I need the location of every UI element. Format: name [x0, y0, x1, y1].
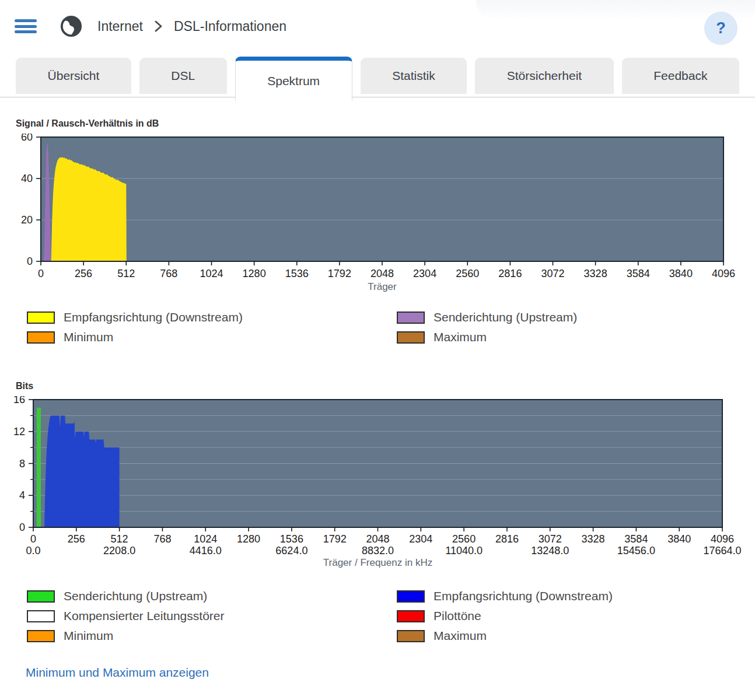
y-tick-label: 60 [21, 134, 33, 143]
legend-item-empfangsrichtung-downstream: Empfangsrichtung (Downstream) [397, 590, 755, 603]
x-tick-label: 3072 [541, 268, 564, 279]
x-tick-label: 0 [38, 268, 44, 279]
legend-item-pilott-ne: Pilottöne [397, 610, 755, 622]
x-tick-label: 2048 [370, 268, 394, 279]
legend-swatch [397, 610, 425, 622]
tab-dsl[interactable]: DSL [139, 58, 227, 94]
tab-feedback[interactable]: Feedback [622, 58, 739, 94]
legend-swatch [397, 630, 425, 642]
legend-item-minimum: Minimum [27, 629, 378, 642]
x-tick-label: 1024 [194, 533, 217, 545]
x-freq-label: 6624.0 [275, 545, 307, 556]
snr-chart-container: 0204060025651276810241280153617922048230… [0, 134, 755, 295]
x-tick-label: 768 [160, 268, 177, 279]
tab-bar: ÜbersichtDSLSpektrumStatistikStörsicherh… [0, 57, 755, 101]
legend-item-senderichtung-upstream: Senderichtung (Upstream) [27, 590, 378, 603]
x-tick-label: 0 [30, 533, 36, 545]
x-tick-label: 3072 [539, 533, 562, 545]
legend-label: Pilottöne [434, 610, 481, 622]
show-min-max-link[interactable]: Minimum und Maximum anzeigen [26, 666, 209, 680]
y-tick-label: 0 [27, 256, 33, 267]
legend-label: Senderichtung (Upstream) [434, 311, 577, 324]
x-tick-label: 512 [117, 268, 135, 279]
x-tick-label: 3584 [627, 268, 650, 279]
x-tick-label: 512 [111, 533, 128, 545]
legend-label: Minimum [64, 331, 113, 344]
x-freq-label: 13248.0 [531, 545, 569, 556]
legend-label: Maximum [434, 331, 487, 344]
tab-bersicht[interactable]: Übersicht [16, 58, 131, 94]
breadcrumb: Internet DSL-Informationen [97, 19, 286, 34]
x-tick-label: 2304 [409, 533, 432, 545]
x-tick-label: 256 [75, 268, 92, 279]
tab-statistik[interactable]: Statistik [361, 58, 467, 94]
legend-label: Maximum [434, 629, 487, 642]
y-tick-label: 0 [19, 522, 25, 533]
spektrum-panel: Signal / Rausch-Verhältnis in dB 0204060… [0, 101, 755, 680]
legend-item-maximum: Maximum [397, 629, 755, 642]
x-tick-label: 4096 [711, 533, 734, 545]
legend-column: Senderichtung (Upstream)Maximum [378, 311, 755, 344]
x-freq-label: 8832.0 [362, 545, 394, 556]
chevron-right-icon [155, 20, 162, 32]
legend-swatch [27, 590, 55, 603]
tab-spektrum[interactable]: Spektrum [235, 57, 352, 101]
x-freq-label: 17664.0 [703, 545, 741, 556]
legend-swatch [397, 590, 425, 603]
bits-legend: Senderichtung (Upstream)Kompensierter Le… [0, 590, 755, 642]
y-tick-label: 4 [19, 489, 25, 501]
legend-column: Empfangsrichtung (Downstream)Minimum [0, 311, 378, 344]
legend-item-empfangsrichtung-downstream: Empfangsrichtung (Downstream) [27, 311, 378, 324]
x-freq-label: 2208.0 [103, 545, 135, 556]
y-tick-label: 8 [19, 458, 25, 470]
legend-column: Senderichtung (Upstream)Kompensierter Le… [0, 590, 378, 642]
legend-swatch [397, 331, 425, 344]
bits-chart: 0481216025651276810241280153617922048230… [0, 396, 755, 571]
x-tick-label: 2816 [498, 268, 522, 279]
bits-chart-container: 0481216025651276810241280153617922048230… [0, 396, 755, 573]
help-button[interactable]: ? [704, 12, 737, 45]
x-tick-label: 3840 [669, 268, 693, 279]
x-tick-label: 3584 [624, 533, 648, 545]
bits-x-axis-label: Träger / Frequenz in kHz [323, 557, 432, 568]
x-tick-label: 1792 [323, 533, 347, 545]
x-freq-label: 0.0 [26, 545, 40, 556]
x-tick-label: 3328 [584, 268, 607, 279]
x-tick-label: 1792 [328, 268, 351, 279]
x-tick-label: 4096 [712, 268, 735, 279]
menu-icon[interactable] [15, 16, 37, 36]
breadcrumb-page: DSL-Informationen [174, 19, 286, 34]
snr-legend: Empfangsrichtung (Downstream)MinimumSend… [0, 311, 755, 344]
snr-chart: 0204060025651276810241280153617922048230… [0, 134, 755, 292]
legend-label: Minimum [64, 629, 113, 642]
legend-swatch [27, 630, 55, 642]
legend-label: Empfangsrichtung (Downstream) [434, 590, 613, 603]
legend-swatch [27, 312, 55, 324]
legend-label: Senderichtung (Upstream) [64, 590, 207, 603]
legend-column: Empfangsrichtung (Downstream)PilottöneMa… [378, 590, 755, 642]
x-freq-label: 11040.0 [445, 545, 483, 556]
legend-swatch [27, 610, 55, 622]
x-tick-label: 3328 [582, 533, 605, 545]
legend-swatch [397, 312, 425, 324]
breadcrumb-section[interactable]: Internet [97, 19, 143, 34]
x-tick-label: 1536 [280, 533, 303, 545]
x-tick-label: 256 [68, 533, 85, 545]
x-tick-label: 1280 [237, 533, 260, 545]
x-tick-label: 3840 [667, 533, 691, 545]
snr-chart-title: Signal / Rausch-Verhältnis in dB [16, 118, 755, 129]
legend-item-senderichtung-upstream: Senderichtung (Upstream) [397, 311, 755, 324]
x-freq-label: 4416.0 [190, 545, 222, 556]
x-tick-label: 2304 [413, 268, 436, 279]
tab-st-rsicherheit[interactable]: Störsicherheit [475, 58, 613, 94]
bits-chart-title: Bits [16, 381, 755, 391]
legend-item-minimum: Minimum [27, 331, 378, 344]
snr-x-axis-label: Träger [368, 281, 397, 292]
x-freq-label: 15456.0 [617, 545, 655, 556]
legend-swatch [27, 331, 55, 344]
x-tick-label: 2560 [456, 268, 479, 279]
x-tick-label: 1024 [200, 268, 223, 279]
top-bar: Internet DSL-Informationen ? [0, 0, 755, 57]
x-tick-label: 768 [153, 533, 171, 545]
legend-label: Kompensierter Leitungsstörer [64, 610, 224, 622]
